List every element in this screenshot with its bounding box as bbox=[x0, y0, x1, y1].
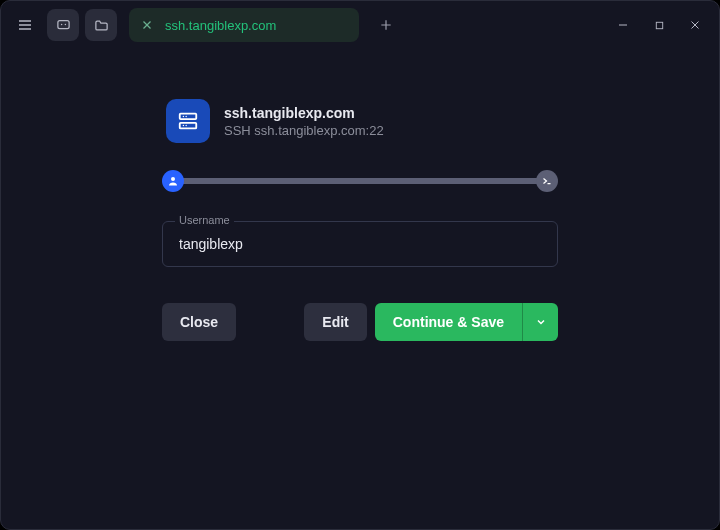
maximize-icon bbox=[654, 20, 665, 31]
close-icon bbox=[141, 19, 153, 31]
svg-point-20 bbox=[171, 177, 175, 181]
host-avatar bbox=[166, 99, 210, 143]
main-content: ssh.tangiblexp.com SSH ssh.tangiblexp.co… bbox=[1, 49, 719, 529]
close-button[interactable]: Close bbox=[162, 303, 236, 341]
plus-icon bbox=[379, 18, 393, 32]
svg-rect-11 bbox=[656, 22, 662, 28]
user-icon bbox=[167, 175, 179, 187]
chevron-down-icon bbox=[535, 316, 547, 328]
hamburger-icon bbox=[17, 17, 33, 33]
connection-panel: ssh.tangiblexp.com SSH ssh.tangiblexp.co… bbox=[162, 99, 558, 529]
username-label: Username bbox=[175, 214, 234, 226]
terminal-icon bbox=[541, 175, 553, 187]
minimize-button[interactable] bbox=[607, 9, 639, 41]
svg-rect-3 bbox=[57, 20, 68, 28]
chat-icon bbox=[56, 18, 71, 33]
step-progress bbox=[162, 169, 558, 193]
step-credentials-dot bbox=[162, 170, 184, 192]
tab-title: ssh.tangiblexp.com bbox=[165, 18, 276, 33]
edit-button[interactable]: Edit bbox=[304, 303, 366, 341]
button-row: Close Edit Continue & Save bbox=[162, 303, 558, 341]
maximize-button[interactable] bbox=[643, 9, 675, 41]
svg-point-4 bbox=[60, 23, 62, 25]
tab-active[interactable]: ssh.tangiblexp.com bbox=[129, 8, 359, 42]
window-controls bbox=[607, 9, 711, 41]
continue-options-button[interactable] bbox=[522, 303, 558, 341]
tab-close-button[interactable] bbox=[141, 19, 155, 31]
svg-point-19 bbox=[185, 125, 186, 126]
continue-split-button: Continue & Save bbox=[375, 303, 558, 341]
titlebar: ssh.tangiblexp.com bbox=[1, 1, 719, 49]
svg-rect-14 bbox=[180, 114, 197, 120]
host-detail: SSH ssh.tangiblexp.com:22 bbox=[224, 123, 384, 138]
menu-button[interactable] bbox=[9, 9, 41, 41]
minimize-icon bbox=[617, 19, 629, 31]
continue-save-button[interactable]: Continue & Save bbox=[375, 303, 522, 341]
files-button[interactable] bbox=[85, 9, 117, 41]
svg-point-5 bbox=[64, 23, 66, 25]
folder-icon bbox=[94, 18, 109, 33]
step-terminal-dot bbox=[536, 170, 558, 192]
close-icon bbox=[689, 19, 701, 31]
close-window-button[interactable] bbox=[679, 9, 711, 41]
host-header: ssh.tangiblexp.com SSH ssh.tangiblexp.co… bbox=[162, 99, 558, 143]
server-icon bbox=[177, 110, 199, 132]
username-input[interactable] bbox=[177, 235, 543, 253]
host-text: ssh.tangiblexp.com SSH ssh.tangiblexp.co… bbox=[224, 105, 384, 138]
progress-line bbox=[174, 178, 546, 184]
svg-point-16 bbox=[183, 116, 184, 117]
username-field[interactable]: Username bbox=[162, 221, 558, 267]
svg-point-17 bbox=[185, 116, 186, 117]
host-name: ssh.tangiblexp.com bbox=[224, 105, 384, 121]
new-tab-button[interactable] bbox=[371, 10, 401, 40]
svg-rect-15 bbox=[180, 123, 197, 128]
app-window: ssh.tangiblexp.com bbox=[0, 0, 720, 530]
svg-point-18 bbox=[183, 125, 184, 126]
assistant-button[interactable] bbox=[47, 9, 79, 41]
